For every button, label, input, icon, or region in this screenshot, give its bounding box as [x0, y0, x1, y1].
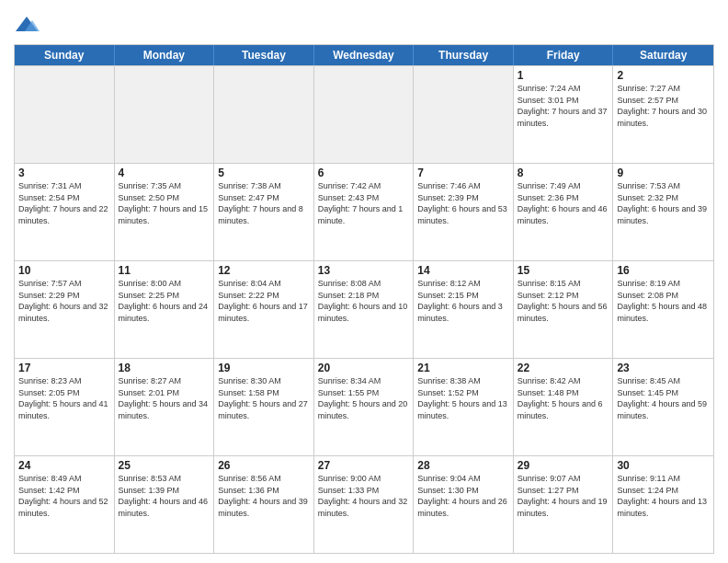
day-number: 15: [518, 264, 609, 277]
day-info: Sunrise: 8:49 AM Sunset: 1:42 PM Dayligh…: [18, 473, 110, 519]
day-cell-24: 24Sunrise: 8:49 AM Sunset: 1:42 PM Dayli…: [15, 456, 115, 553]
empty-cell: [214, 66, 314, 163]
day-info: Sunrise: 7:27 AM Sunset: 2:57 PM Dayligh…: [617, 83, 710, 129]
day-info: Sunrise: 7:24 AM Sunset: 3:01 PM Dayligh…: [518, 83, 609, 129]
day-info: Sunrise: 8:19 AM Sunset: 2:08 PM Dayligh…: [617, 278, 710, 324]
day-number: 25: [119, 459, 210, 472]
day-cell-23: 23Sunrise: 8:45 AM Sunset: 1:45 PM Dayli…: [613, 359, 713, 455]
calendar: SundayMondayTuesdayWednesdayThursdayFrid…: [14, 44, 714, 554]
day-cell-16: 16Sunrise: 8:19 AM Sunset: 2:08 PM Dayli…: [613, 261, 713, 358]
day-info: Sunrise: 8:12 AM Sunset: 2:15 PM Dayligh…: [417, 278, 509, 324]
day-number: 12: [218, 264, 310, 277]
day-cell-11: 11Sunrise: 8:00 AM Sunset: 2:25 PM Dayli…: [115, 261, 215, 358]
empty-cell: [314, 66, 415, 163]
day-info: Sunrise: 7:42 AM Sunset: 2:43 PM Dayligh…: [318, 180, 410, 226]
calendar-row-3: 10Sunrise: 7:57 AM Sunset: 2:29 PM Dayli…: [15, 260, 713, 358]
day-info: Sunrise: 7:38 AM Sunset: 2:47 PM Dayligh…: [218, 180, 310, 226]
day-number: 22: [518, 362, 609, 374]
day-info: Sunrise: 7:49 AM Sunset: 2:36 PM Dayligh…: [518, 180, 609, 226]
empty-cell: [414, 66, 514, 163]
logo: [14, 13, 42, 39]
day-cell-22: 22Sunrise: 8:42 AM Sunset: 1:48 PM Dayli…: [514, 359, 614, 455]
day-number: 16: [617, 264, 710, 277]
calendar-row-5: 24Sunrise: 8:49 AM Sunset: 1:42 PM Dayli…: [15, 455, 713, 553]
day-info: Sunrise: 9:11 AM Sunset: 1:24 PM Dayligh…: [617, 473, 710, 519]
header: [14, 9, 714, 39]
day-cell-12: 12Sunrise: 8:04 AM Sunset: 2:22 PM Dayli…: [214, 261, 314, 358]
day-number: 3: [18, 167, 110, 179]
day-cell-5: 5Sunrise: 7:38 AM Sunset: 2:47 PM Daylig…: [214, 164, 314, 260]
day-number: 24: [18, 459, 110, 472]
day-info: Sunrise: 8:53 AM Sunset: 1:39 PM Dayligh…: [119, 473, 210, 519]
weekday-header-friday: Friday: [514, 45, 614, 65]
day-info: Sunrise: 7:57 AM Sunset: 2:29 PM Dayligh…: [18, 278, 110, 324]
day-cell-21: 21Sunrise: 8:38 AM Sunset: 1:52 PM Dayli…: [414, 359, 514, 455]
day-info: Sunrise: 7:53 AM Sunset: 2:32 PM Dayligh…: [617, 180, 710, 226]
day-info: Sunrise: 8:45 AM Sunset: 1:45 PM Dayligh…: [617, 375, 710, 421]
day-info: Sunrise: 8:15 AM Sunset: 2:12 PM Dayligh…: [518, 278, 609, 324]
day-cell-29: 29Sunrise: 9:07 AM Sunset: 1:27 PM Dayli…: [514, 456, 614, 553]
day-cell-28: 28Sunrise: 9:04 AM Sunset: 1:30 PM Dayli…: [414, 456, 514, 553]
day-cell-20: 20Sunrise: 8:34 AM Sunset: 1:55 PM Dayli…: [314, 359, 415, 455]
day-info: Sunrise: 8:30 AM Sunset: 1:58 PM Dayligh…: [218, 375, 310, 421]
calendar-row-1: 1Sunrise: 7:24 AM Sunset: 3:01 PM Daylig…: [15, 65, 713, 163]
day-number: 13: [318, 264, 410, 277]
empty-cell: [15, 66, 115, 163]
day-cell-15: 15Sunrise: 8:15 AM Sunset: 2:12 PM Dayli…: [514, 261, 614, 358]
day-number: 17: [18, 362, 110, 374]
logo-icon: [14, 13, 40, 39]
day-cell-9: 9Sunrise: 7:53 AM Sunset: 2:32 PM Daylig…: [613, 164, 713, 260]
day-cell-13: 13Sunrise: 8:08 AM Sunset: 2:18 PM Dayli…: [314, 261, 415, 358]
weekday-header-sunday: Sunday: [15, 45, 115, 65]
day-info: Sunrise: 7:35 AM Sunset: 2:50 PM Dayligh…: [119, 180, 210, 226]
day-info: Sunrise: 8:23 AM Sunset: 2:05 PM Dayligh…: [18, 375, 110, 421]
day-info: Sunrise: 9:00 AM Sunset: 1:33 PM Dayligh…: [318, 473, 410, 519]
day-cell-7: 7Sunrise: 7:46 AM Sunset: 2:39 PM Daylig…: [414, 164, 514, 260]
day-number: 14: [417, 264, 509, 277]
day-number: 4: [119, 167, 210, 179]
weekday-header-tuesday: Tuesday: [214, 45, 314, 65]
day-cell-27: 27Sunrise: 9:00 AM Sunset: 1:33 PM Dayli…: [314, 456, 415, 553]
day-info: Sunrise: 8:00 AM Sunset: 2:25 PM Dayligh…: [119, 278, 210, 324]
weekday-header-thursday: Thursday: [414, 45, 514, 65]
day-info: Sunrise: 8:08 AM Sunset: 2:18 PM Dayligh…: [318, 278, 410, 324]
day-info: Sunrise: 7:31 AM Sunset: 2:54 PM Dayligh…: [18, 180, 110, 226]
calendar-row-4: 17Sunrise: 8:23 AM Sunset: 2:05 PM Dayli…: [15, 358, 713, 455]
weekday-header-wednesday: Wednesday: [314, 45, 415, 65]
day-number: 30: [617, 459, 710, 472]
day-info: Sunrise: 8:56 AM Sunset: 1:36 PM Dayligh…: [218, 473, 310, 519]
day-number: 18: [119, 362, 210, 374]
day-info: Sunrise: 7:46 AM Sunset: 2:39 PM Dayligh…: [417, 180, 509, 226]
calendar-body: 1Sunrise: 7:24 AM Sunset: 3:01 PM Daylig…: [15, 65, 713, 553]
day-number: 7: [417, 167, 509, 179]
day-number: 26: [218, 459, 310, 472]
day-number: 21: [417, 362, 509, 374]
weekday-header-saturday: Saturday: [613, 45, 713, 65]
day-number: 6: [318, 167, 410, 179]
day-info: Sunrise: 8:38 AM Sunset: 1:52 PM Dayligh…: [417, 375, 509, 421]
day-info: Sunrise: 9:07 AM Sunset: 1:27 PM Dayligh…: [518, 473, 609, 519]
day-cell-26: 26Sunrise: 8:56 AM Sunset: 1:36 PM Dayli…: [214, 456, 314, 553]
day-cell-8: 8Sunrise: 7:49 AM Sunset: 2:36 PM Daylig…: [514, 164, 614, 260]
day-cell-2: 2Sunrise: 7:27 AM Sunset: 2:57 PM Daylig…: [613, 66, 713, 163]
day-cell-19: 19Sunrise: 8:30 AM Sunset: 1:58 PM Dayli…: [214, 359, 314, 455]
day-info: Sunrise: 8:42 AM Sunset: 1:48 PM Dayligh…: [518, 375, 609, 421]
day-number: 23: [617, 362, 710, 374]
day-cell-25: 25Sunrise: 8:53 AM Sunset: 1:39 PM Dayli…: [115, 456, 215, 553]
day-number: 28: [417, 459, 509, 472]
day-cell-3: 3Sunrise: 7:31 AM Sunset: 2:54 PM Daylig…: [15, 164, 115, 260]
day-number: 9: [617, 167, 710, 179]
day-number: 29: [518, 459, 609, 472]
day-info: Sunrise: 8:04 AM Sunset: 2:22 PM Dayligh…: [218, 278, 310, 324]
day-cell-30: 30Sunrise: 9:11 AM Sunset: 1:24 PM Dayli…: [613, 456, 713, 553]
day-cell-17: 17Sunrise: 8:23 AM Sunset: 2:05 PM Dayli…: [15, 359, 115, 455]
day-info: Sunrise: 8:34 AM Sunset: 1:55 PM Dayligh…: [318, 375, 410, 421]
day-cell-10: 10Sunrise: 7:57 AM Sunset: 2:29 PM Dayli…: [15, 261, 115, 358]
empty-cell: [115, 66, 215, 163]
day-number: 19: [218, 362, 310, 374]
day-cell-18: 18Sunrise: 8:27 AM Sunset: 2:01 PM Dayli…: [115, 359, 215, 455]
day-number: 20: [318, 362, 410, 374]
day-cell-4: 4Sunrise: 7:35 AM Sunset: 2:50 PM Daylig…: [115, 164, 215, 260]
day-cell-14: 14Sunrise: 8:12 AM Sunset: 2:15 PM Dayli…: [414, 261, 514, 358]
calendar-header: SundayMondayTuesdayWednesdayThursdayFrid…: [15, 45, 713, 65]
